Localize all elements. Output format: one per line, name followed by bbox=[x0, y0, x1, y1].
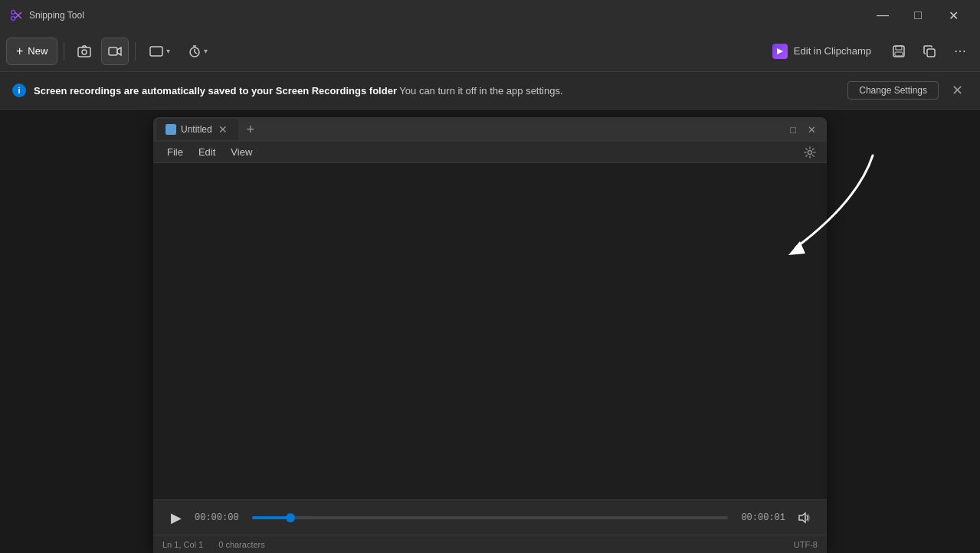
time-total: 00:00:01 bbox=[736, 512, 785, 523]
svg-rect-15 bbox=[895, 52, 903, 56]
toolbar: + New bbox=[0, 31, 980, 72]
svg-point-18 bbox=[808, 150, 812, 154]
copy-button[interactable] bbox=[916, 38, 943, 65]
new-icon: + bbox=[16, 44, 23, 58]
toolbar-divider-1 bbox=[64, 42, 64, 61]
file-menu[interactable]: File bbox=[159, 145, 191, 159]
inner-window: Untitled ✕ + □ ✕ File Edit bbox=[153, 117, 827, 553]
edit-menu[interactable]: Edit bbox=[191, 145, 223, 159]
svg-rect-16 bbox=[927, 49, 935, 57]
timer-icon bbox=[188, 45, 201, 57]
time-current: 00:00:00 bbox=[195, 512, 244, 523]
status-bar: Ln 1, Col 1 0 characters UTF-8 bbox=[153, 535, 827, 553]
volume-button[interactable] bbox=[793, 507, 814, 528]
info-icon: i bbox=[12, 83, 26, 97]
svg-point-1 bbox=[11, 17, 15, 21]
camera-button[interactable] bbox=[70, 38, 98, 65]
progress-fill bbox=[252, 516, 290, 519]
notification-main-text: Screen recordings are automatically save… bbox=[34, 85, 397, 97]
shape-icon bbox=[149, 46, 163, 57]
progress-thumb bbox=[286, 513, 295, 522]
view-menu[interactable]: View bbox=[223, 145, 260, 159]
add-tab-icon: + bbox=[246, 122, 254, 138]
toolbar-right: Edit in Clipchamp ⋯ bbox=[762, 38, 974, 65]
character-count: 0 characters bbox=[218, 540, 265, 549]
svg-rect-6 bbox=[109, 47, 117, 55]
inner-close-button[interactable]: ✕ bbox=[802, 120, 821, 139]
svg-marker-19 bbox=[799, 513, 805, 522]
title-bar: Snipping Tool — □ ✕ bbox=[0, 0, 980, 31]
more-button[interactable]: ⋯ bbox=[946, 38, 974, 65]
clipchamp-icon bbox=[772, 44, 788, 59]
notification-banner: i Screen recordings are automatically sa… bbox=[0, 72, 980, 110]
tab-bar: Untitled ✕ + □ ✕ bbox=[153, 117, 827, 142]
toolbar-left: + New bbox=[6, 38, 762, 65]
encoding: UTF-8 bbox=[794, 540, 818, 549]
timer-button[interactable]: ▾ bbox=[181, 38, 215, 65]
inner-settings-button[interactable] bbox=[799, 142, 821, 163]
window-controls: — □ ✕ bbox=[865, 3, 971, 28]
tab-close-button[interactable]: ✕ bbox=[217, 123, 229, 136]
minimize-button[interactable]: — bbox=[865, 3, 900, 28]
timer-dropdown-icon: ▾ bbox=[204, 47, 208, 55]
save-icon bbox=[892, 44, 906, 58]
inner-menubar: File Edit View bbox=[153, 142, 827, 163]
camera-icon bbox=[77, 44, 91, 58]
more-icon: ⋯ bbox=[954, 44, 967, 58]
notification-close-button[interactable]: ✕ bbox=[946, 80, 968, 101]
video-icon bbox=[108, 44, 122, 58]
svg-point-5 bbox=[82, 50, 87, 54]
tab-icon bbox=[166, 124, 176, 135]
svg-rect-4 bbox=[78, 47, 90, 57]
app-title: Snipping Tool bbox=[29, 10, 865, 21]
toolbar-divider-2 bbox=[135, 42, 136, 61]
tab-title: Untitled bbox=[181, 124, 212, 135]
play-icon: ▶ bbox=[171, 509, 182, 526]
maximize-button[interactable]: □ bbox=[900, 3, 936, 28]
change-settings-button[interactable]: Change Settings bbox=[847, 81, 939, 100]
main-content: Untitled ✕ + □ ✕ File Edit bbox=[0, 110, 980, 553]
notification-text: Screen recordings are automatically save… bbox=[34, 85, 840, 97]
clipchamp-button[interactable]: Edit in Clipchamp bbox=[762, 38, 882, 65]
snipping-tool-window: Snipping Tool — □ ✕ + New bbox=[0, 0, 980, 553]
editor-area[interactable] bbox=[153, 163, 827, 499]
active-tab[interactable]: Untitled ✕ bbox=[156, 119, 238, 140]
settings-icon bbox=[804, 146, 816, 159]
svg-marker-12 bbox=[777, 48, 783, 54]
play-button[interactable]: ▶ bbox=[166, 507, 187, 528]
inner-window-controls: □ ✕ bbox=[784, 117, 821, 142]
close-button[interactable]: ✕ bbox=[936, 3, 971, 28]
svg-point-0 bbox=[11, 11, 15, 15]
inner-close-icon: ✕ bbox=[808, 124, 816, 136]
inner-maximize-button[interactable]: □ bbox=[784, 120, 802, 139]
new-label: New bbox=[28, 45, 48, 57]
svg-rect-7 bbox=[150, 47, 162, 56]
app-icon bbox=[9, 8, 23, 22]
shape-button[interactable]: ▾ bbox=[142, 38, 178, 65]
shape-dropdown-icon: ▾ bbox=[166, 47, 170, 55]
new-button[interactable]: + New bbox=[6, 38, 57, 65]
volume-icon bbox=[798, 512, 810, 524]
video-player-bar: ▶ 00:00:00 00:00:01 bbox=[153, 499, 827, 535]
progress-bar[interactable] bbox=[252, 516, 728, 519]
svg-line-10 bbox=[195, 52, 197, 54]
add-tab-button[interactable]: + bbox=[241, 120, 260, 139]
save-button[interactable] bbox=[885, 38, 913, 65]
clipchamp-label: Edit in Clipchamp bbox=[794, 45, 871, 57]
cursor-position: Ln 1, Col 1 bbox=[162, 540, 203, 549]
copy-icon bbox=[923, 44, 936, 58]
notification-sub-text: You can turn it off in the app settings. bbox=[399, 85, 562, 97]
notification-close-icon: ✕ bbox=[952, 82, 963, 99]
inner-maximize-icon: □ bbox=[790, 124, 796, 136]
video-button[interactable] bbox=[101, 38, 129, 65]
